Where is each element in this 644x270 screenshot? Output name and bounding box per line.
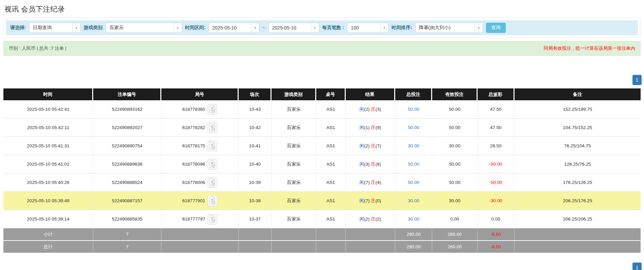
- subtotal-valid-bet: 260.00: [432, 228, 477, 241]
- round-id: 618778006: [182, 180, 205, 185]
- payout-cell: 47.50: [478, 100, 515, 119]
- player-result-label: 闲: [359, 162, 364, 167]
- session-cell: 10-41: [239, 137, 272, 155]
- table-no-cell: AS1: [316, 119, 345, 137]
- column-header-total-bet: 总投注: [395, 88, 432, 100]
- total-bet-link[interactable]: 50.00: [408, 125, 419, 130]
- game-type-combobox[interactable]: 百家乐 ▼: [106, 23, 182, 33]
- player-result-count: (2): [364, 143, 370, 148]
- game-type-cell: 百家乐: [271, 210, 316, 228]
- total-bet-link[interactable]: 50.00: [408, 162, 419, 167]
- bet-id-cell: 522490893162: [93, 100, 161, 119]
- remark-cell: 176.25/126.25: [515, 173, 641, 192]
- video-replay-button[interactable]: [207, 214, 217, 225]
- result-cell: 闲(2) 庄(7): [346, 137, 396, 155]
- total-bet-link[interactable]: 30.00: [408, 143, 419, 148]
- column-header-game-type: 游戏类别: [271, 88, 316, 100]
- bet-id-cell: 522490892027: [93, 119, 161, 137]
- video-icon: [209, 160, 216, 168]
- banker-result-count: (7): [376, 143, 381, 148]
- time-sort-combobox[interactable]: 降幂(由大到小) ▼: [415, 23, 483, 33]
- video-replay-button[interactable]: [207, 104, 217, 115]
- player-result-count: (3): [364, 162, 370, 167]
- game-type-cell: 百家乐: [271, 173, 316, 192]
- table-row-highlighted: 2025-05-10 05:39:49 522490887157 6187779…: [3, 192, 641, 210]
- total-payout: -6.50: [478, 241, 515, 253]
- page-1-button[interactable]: 1: [632, 263, 642, 270]
- pagination-top: 1: [0, 75, 642, 85]
- valid-bet-cell: 30.00: [432, 137, 477, 155]
- table-row: 2025-05-10 05:41:01 522490889636 6187780…: [3, 155, 641, 173]
- query-type-label: 请选择:: [10, 25, 26, 31]
- banker-result-label: 庄: [371, 198, 376, 203]
- total-bet-link[interactable]: 50.00: [408, 107, 419, 112]
- banker-result-label: 庄: [371, 125, 376, 130]
- video-icon: [209, 197, 216, 205]
- session-cell: 10-38: [239, 192, 272, 210]
- column-header-session: 场次: [239, 88, 272, 100]
- table-row: 2025-05-10 05:39:14 522490885835 6187777…: [3, 210, 641, 228]
- video-icon: [209, 215, 216, 223]
- date-from-combobox[interactable]: 2025-05-10 ▼: [208, 23, 259, 33]
- result-cell: 闲(3) 庄(8): [346, 155, 396, 173]
- column-header-result: 结果: [346, 88, 396, 100]
- game-type-cell: 百家乐: [271, 137, 316, 155]
- total-bet-link[interactable]: 50.00: [408, 180, 419, 185]
- total-label: 总计: [3, 241, 93, 253]
- subtotal-label: 小计: [3, 228, 93, 241]
- total-bet-cell: 30.00: [395, 210, 432, 228]
- subtotal-payout: -6.50: [478, 228, 515, 241]
- total-bet-link[interactable]: 30.00: [408, 198, 419, 203]
- result-cell: 闲(2) 庄(3): [346, 100, 396, 119]
- subtotal-row: 小计 7 290.00 260.00 -6.50: [3, 228, 641, 241]
- round-id: 618778282: [182, 125, 205, 130]
- filter-panel: 请选择: 日期查询 ▼ 游戏类别 百家乐 ▼ 时间区间: 2025-05-10 …: [3, 18, 641, 38]
- total-bet-cell: 50.00: [395, 119, 432, 137]
- player-result-label: 闲: [359, 125, 364, 130]
- valid-bet-cell: 30.00: [432, 192, 477, 210]
- page-size-combobox[interactable]: 100 ▼: [347, 23, 388, 33]
- player-result-label: 闲: [359, 198, 364, 203]
- result-cell: 闲(2) 庄(2): [346, 210, 396, 228]
- video-replay-button[interactable]: [207, 122, 217, 133]
- bet-id-cell: 522490887157: [93, 192, 161, 210]
- query-type-combobox[interactable]: 日期查询 ▼: [29, 23, 81, 33]
- round-id-cell: 618777797: [161, 210, 238, 228]
- time-cell: 2025-05-10 05:41:31: [3, 137, 93, 155]
- subtotal-count: 7: [93, 228, 161, 241]
- date-from-value: 2025-05-10: [209, 23, 251, 33]
- table-no-cell: AS1: [316, 210, 345, 228]
- page-1-button[interactable]: 1: [632, 75, 642, 85]
- time-cell: 2025-05-10 05:40:26: [3, 173, 93, 192]
- result-cell: 闲(1) 庄(9): [346, 119, 396, 137]
- banker-result-label: 庄: [371, 162, 376, 167]
- video-replay-button[interactable]: [207, 177, 217, 188]
- video-replay-button[interactable]: [207, 159, 217, 170]
- search-button[interactable]: 查询: [486, 23, 506, 33]
- round-id-cell: 618778360: [161, 100, 238, 119]
- chevron-down-icon: ▼: [311, 23, 319, 33]
- video-replay-button[interactable]: [207, 195, 217, 206]
- subtotal-total-bet: 290.00: [395, 228, 432, 241]
- column-header-time: 时间: [3, 88, 93, 100]
- round-id-cell: 618778096: [161, 155, 238, 173]
- player-result-label: 闲: [359, 107, 364, 112]
- player-result-count: (7): [364, 198, 370, 203]
- column-header-valid-bet: 有效投注: [432, 88, 477, 100]
- date-to-combobox[interactable]: 2025-05-10 ▼: [268, 23, 319, 33]
- round-id-cell: 618778006: [161, 173, 238, 192]
- result-cell: 闲(7) 庄(0): [346, 192, 396, 210]
- session-cell: 10-37: [239, 210, 272, 228]
- page-size-label: 每页笔数 :: [322, 25, 344, 31]
- remark-cell: 76.25/104.75: [515, 137, 641, 155]
- column-header-bet-id: 注单编号: [93, 88, 161, 100]
- video-icon: [209, 142, 216, 150]
- game-type-value: 百家乐: [106, 23, 174, 33]
- table-row: 2025-05-10 05:41:31 522490890754 6187781…: [3, 137, 641, 155]
- time-range-label: 时间区间:: [185, 25, 206, 31]
- player-result-count: (2): [364, 216, 370, 222]
- video-replay-button[interactable]: [207, 141, 217, 151]
- remark-cell: 152.25/199.75: [515, 100, 641, 119]
- table-row: 2025-05-10 05:40:26 522490888524 6187780…: [3, 173, 641, 192]
- total-bet-link[interactable]: 30.00: [408, 216, 419, 222]
